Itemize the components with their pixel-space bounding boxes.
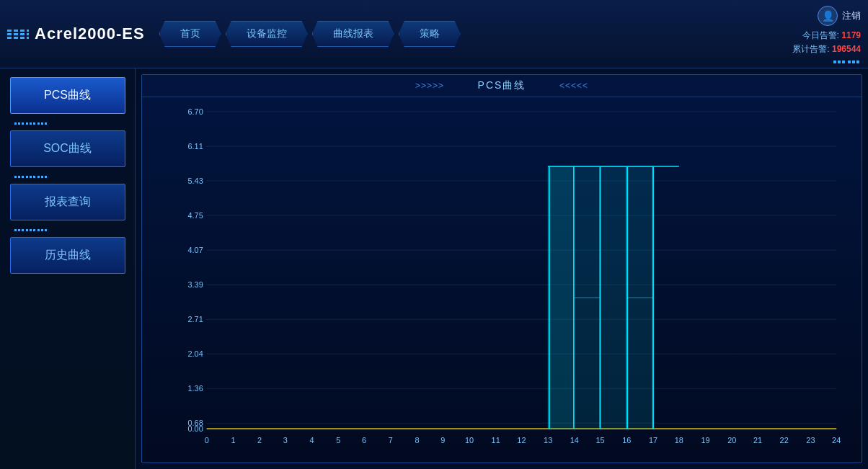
svg-text:10: 10 — [465, 436, 474, 445]
sidebar-divider-1 — [14, 122, 120, 125]
left-chevrons: >>>>> — [415, 81, 444, 91]
svg-text:24: 24 — [832, 436, 841, 445]
logo-text: Acrel2000-ES — [35, 24, 145, 43]
right-chevrons: <<<<< — [559, 81, 588, 91]
user-name[interactable]: 注销 — [842, 9, 861, 22]
content-area: >>>>> PCS曲线 <<<<< — [136, 68, 868, 469]
logo-area: Acrel2000-ES — [7, 24, 145, 43]
header: Acrel2000-ES 首页 设备监控 曲线报表 策略 👤 注销 今日告警: … — [0, 0, 868, 68]
chart-arrows-left: >>>>> — [415, 81, 444, 91]
svg-text:6.11: 6.11 — [187, 142, 203, 151]
svg-text:7: 7 — [389, 436, 393, 445]
svg-text:15: 15 — [596, 436, 605, 445]
svg-text:5: 5 — [336, 436, 340, 445]
sidebar-item-pcs[interactable]: PCS曲线 — [7, 77, 128, 114]
svg-text:18: 18 — [675, 436, 683, 445]
svg-rect-48 — [548, 166, 574, 429]
sidebar-item-history[interactable]: 历史曲线 — [7, 237, 128, 274]
chart-body: 6.70 6.11 5.43 4.75 4.07 3.39 2.71 2.04 … — [142, 97, 862, 463]
logo-stripes — [7, 30, 29, 39]
svg-text:6.70: 6.70 — [187, 107, 203, 116]
history-button[interactable]: 历史曲线 — [10, 237, 125, 274]
svg-text:22: 22 — [780, 436, 789, 445]
chart-container: >>>>> PCS曲线 <<<<< — [141, 74, 862, 463]
today-alert-count: 1179 — [841, 30, 861, 40]
svg-text:12: 12 — [517, 436, 526, 445]
nav-tab-device[interactable]: 设备监控 — [226, 21, 308, 47]
svg-text:14: 14 — [570, 436, 579, 445]
svg-rect-50 — [601, 166, 626, 429]
svg-text:1: 1 — [231, 436, 235, 445]
svg-text:0.00: 0.00 — [187, 424, 203, 433]
svg-text:9: 9 — [440, 436, 445, 445]
chart-header: >>>>> PCS曲线 <<<<< — [142, 75, 862, 97]
svg-text:23: 23 — [806, 436, 815, 445]
svg-text:6: 6 — [362, 436, 366, 445]
nav-tab-strategy[interactable]: 策略 — [399, 21, 461, 47]
svg-text:4.07: 4.07 — [187, 246, 203, 254]
svg-text:3.39: 3.39 — [187, 280, 203, 289]
pcs-button[interactable]: PCS曲线 — [10, 77, 125, 114]
user-area: 👤 注销 — [792, 6, 861, 26]
soc-button[interactable]: SOC曲线 — [10, 130, 125, 167]
svg-text:4: 4 — [310, 436, 314, 445]
nav-tab-curve[interactable]: 曲线报表 — [312, 21, 394, 47]
nav-tabs: 首页 设备监控 曲线报表 策略 — [159, 21, 461, 47]
svg-text:2.04: 2.04 — [187, 349, 203, 358]
chart-svg: 6.70 6.11 5.43 4.75 4.07 3.39 2.71 2.04 … — [178, 104, 851, 457]
svg-text:5.43: 5.43 — [187, 177, 203, 185]
decorative-dots — [833, 61, 861, 63]
svg-text:13: 13 — [544, 436, 552, 445]
chart-title: PCS曲线 — [478, 79, 526, 92]
svg-text:17: 17 — [649, 436, 657, 445]
avatar: 👤 — [818, 6, 838, 26]
sidebar-divider-2 — [14, 176, 120, 178]
svg-text:1.36: 1.36 — [187, 384, 203, 393]
svg-text:2.71: 2.71 — [187, 315, 203, 323]
header-right: 👤 注销 今日告警: 1179 累计告警: 196544 — [792, 6, 861, 56]
sidebar: PCS曲线 SOC曲线 报表查询 历史曲线 — [0, 68, 136, 469]
today-alert-label: 今日告警: — [802, 30, 839, 40]
svg-text:16: 16 — [622, 436, 631, 445]
svg-text:19: 19 — [701, 436, 709, 445]
svg-text:0: 0 — [205, 436, 209, 445]
sidebar-item-soc[interactable]: SOC曲线 — [7, 130, 128, 167]
sidebar-divider-3 — [14, 229, 120, 231]
nav-tab-home[interactable]: 首页 — [159, 21, 221, 47]
svg-text:2: 2 — [257, 436, 262, 445]
svg-text:8: 8 — [415, 436, 419, 445]
main-layout: PCS曲线 SOC曲线 报表查询 历史曲线 >>>>> PCS — [0, 68, 868, 469]
report-button[interactable]: 报表查询 — [10, 184, 125, 220]
svg-text:21: 21 — [753, 436, 762, 445]
svg-text:11: 11 — [492, 436, 500, 445]
alert-info: 今日告警: 1179 累计告警: 196544 — [792, 29, 861, 56]
avatar-icon: 👤 — [822, 10, 834, 22]
svg-text:20: 20 — [727, 436, 736, 445]
chart-arrows-right: <<<<< — [559, 81, 588, 91]
sidebar-item-report[interactable]: 报表查询 — [7, 184, 128, 220]
total-alert-label: 累计告警: — [792, 44, 829, 54]
total-alert-count: 196544 — [832, 44, 861, 54]
svg-text:3: 3 — [283, 436, 288, 445]
svg-text:4.75: 4.75 — [187, 211, 203, 220]
